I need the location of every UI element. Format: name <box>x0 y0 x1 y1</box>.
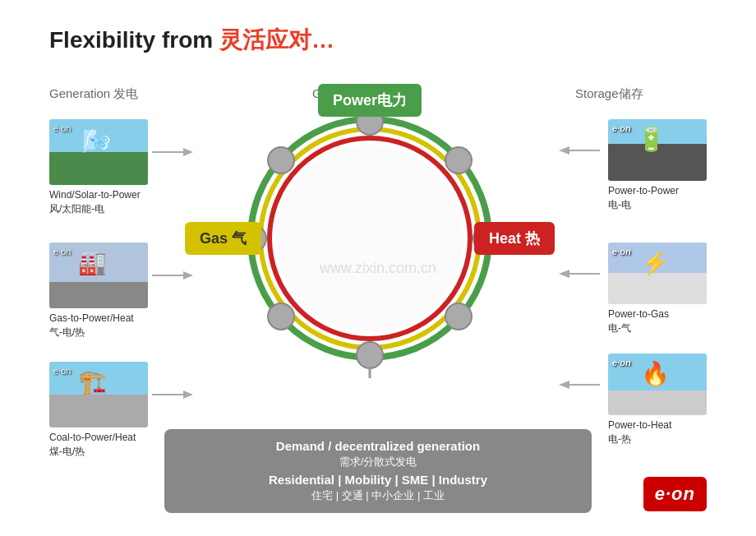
item-wind: e·on Wind/Solar-to-Power 风/太阳能-电 <box>49 119 148 216</box>
item-p2p: e·on Power-to-Power 电-电 <box>608 119 707 212</box>
svg-marker-21 <box>559 146 569 155</box>
svg-point-3 <box>276 145 463 332</box>
storage-image: e·on <box>608 119 707 181</box>
p2h-label: Power-to-Heat 电-热 <box>608 418 671 446</box>
svg-marker-19 <box>183 390 193 399</box>
p2h-image: e·on <box>608 353 707 415</box>
item-gas: e·on Gas-to-Power/Heat 气-电/热 <box>49 243 148 340</box>
svg-point-8 <box>357 342 383 368</box>
svg-point-5 <box>445 147 472 173</box>
coal-label: Coal-to-Power/Heat 煤-电/热 <box>49 431 136 459</box>
demand-line1-cn: 需求/分散式发电 <box>181 455 575 469</box>
svg-point-11 <box>268 147 294 173</box>
gas-label: Gas-to-Power/Heat 气-电/热 <box>49 312 134 340</box>
badge-heat: Heat 热 <box>474 222 555 255</box>
label-storage: Storage储存 <box>575 86 643 102</box>
svg-marker-15 <box>183 148 193 156</box>
p2g-image: e·on <box>608 243 707 304</box>
badge-gas: Gas 气 <box>185 222 261 255</box>
demand-line1-en: Demand / decentralized generation <box>181 439 575 453</box>
item-p2h: e·on Power-to-Heat 电-热 <box>608 353 707 446</box>
gas-image: e·on <box>49 243 148 308</box>
wind-label: Wind/Solar-to-Power 风/太阳能-电 <box>49 188 141 216</box>
item-p2g: e·on Power-to-Gas 电-气 <box>608 243 707 335</box>
coal-image: e·on <box>49 362 148 427</box>
svg-point-9 <box>268 303 294 330</box>
p2p-label: Power-to-Power 电-电 <box>608 184 679 212</box>
eon-logo: e·on <box>643 477 707 511</box>
svg-marker-25 <box>559 381 569 389</box>
demand-line2-en: Residential | Mobility | SME | Industry <box>181 473 575 487</box>
label-generation: Generation 发电 <box>49 86 138 102</box>
circle-diagram: Power电力 Gas 气 Heat 热 <box>230 99 509 378</box>
svg-marker-23 <box>559 270 569 278</box>
demand-line2-cn: 住宅 | 交通 | 中小企业 | 工业 <box>181 488 575 503</box>
title-prefix: Flexibility from <box>49 27 219 53</box>
svg-marker-17 <box>183 271 193 280</box>
p2g-label: Power-to-Gas 电-气 <box>608 307 669 335</box>
item-coal: e·on Coal-to-Power/Heat 煤-电/热 <box>49 362 148 459</box>
page-title-area: Flexibility from 灵活应对… <box>49 25 334 56</box>
demand-box: Demand / decentralized generation 需求/分散式… <box>164 429 592 513</box>
title-chinese: 灵活应对… <box>219 27 334 53</box>
badge-power: Power电力 <box>318 84 422 117</box>
wind-image: e·on <box>49 119 148 185</box>
eon-text: e·on <box>655 483 695 504</box>
svg-point-7 <box>445 303 472 330</box>
